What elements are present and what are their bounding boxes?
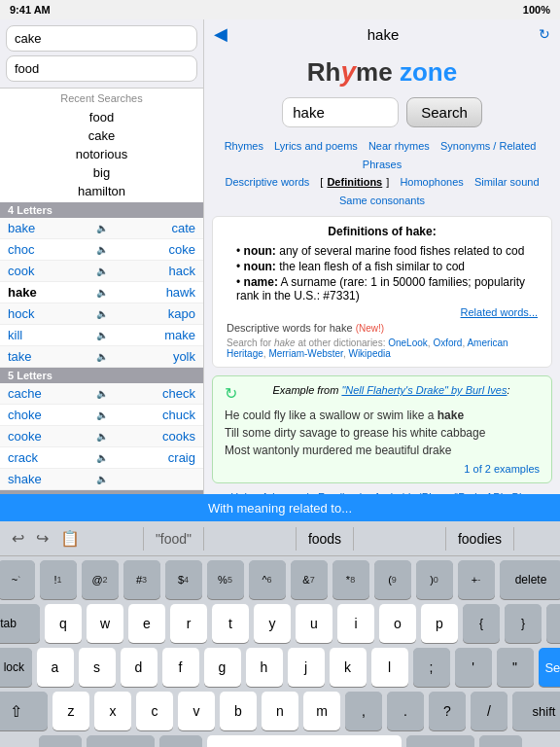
key-rparen[interactable]: )0 [416,560,453,599]
key-w[interactable]: w [87,604,123,643]
key-r[interactable]: r [170,604,207,643]
key-quote[interactable]: ' [455,648,492,687]
key-amp[interactable]: &7 [291,560,328,599]
key-percent[interactable]: %5 [207,560,244,599]
word-row[interactable]: kill 🔈 make [0,325,203,346]
word-right[interactable]: hawk [132,285,195,300]
key-lparen[interactable]: (9 [374,560,411,599]
word-right[interactable]: chuck [132,408,195,422]
key-rbrace[interactable]: } [505,604,542,643]
key-dollar[interactable]: $4 [165,560,202,599]
word-right[interactable]: cooks [132,429,195,444]
key-o[interactable]: o [379,604,416,643]
word-left[interactable]: crack [8,450,71,465]
key-plus[interactable]: +- [458,560,495,599]
footer-api[interactable]: API [486,491,504,494]
key-excl[interactable]: !1 [40,560,77,599]
undo-button[interactable]: ↩ [12,529,24,548]
key-z[interactable]: z [52,692,89,730]
shift-right-key[interactable]: shift [512,692,560,730]
key-semi[interactable]: ; [413,648,450,687]
word-right[interactable]: yolk [132,349,195,364]
num-key-left[interactable]: ?123 [87,735,155,747]
key-lbrace[interactable]: { [463,604,500,643]
word-left[interactable]: take [8,349,71,364]
key-q[interactable]: q [45,604,82,643]
key-g[interactable]: g [204,648,241,687]
key-c[interactable]: c [136,692,173,730]
word-row[interactable]: cooke 🔈 cooks [0,426,203,447]
dict-merriam[interactable]: Merriam-Webster [268,348,343,359]
recent-item[interactable]: notorious [76,145,127,163]
word-right[interactable]: check [132,386,195,401]
key-i[interactable]: i [337,604,374,643]
key-f[interactable]: f [162,648,199,687]
word-right[interactable]: kapo [132,306,195,321]
key-tilde[interactable]: ~` [0,560,35,599]
return-key[interactable]: Search [539,648,561,687]
autocomplete-word-3[interactable]: foodies [445,527,514,551]
related-link[interactable]: Related words... [227,304,538,320]
rz-search-input[interactable] [282,97,399,127]
nav-lyrics[interactable]: Lyrics and poems [274,140,358,152]
key-t[interactable]: t [212,604,249,643]
recent-item[interactable]: food [89,108,114,126]
num-key-right[interactable]: ?123 [406,735,474,747]
word-left[interactable]: cook [8,264,71,278]
word-right[interactable]: hack [132,264,195,278]
key-e[interactable]: e [128,604,165,643]
key-comma[interactable]: , [345,692,382,730]
key-b[interactable]: b [220,692,257,730]
word-left[interactable]: shake [8,472,71,486]
search-input-1[interactable] [6,25,197,52]
recent-item[interactable]: cake [88,126,115,145]
nav-descriptive[interactable]: Descriptive words [225,176,309,188]
key-p[interactable]: p [421,604,458,643]
word-row[interactable]: hake 🔈 hawk [0,282,203,303]
key-pipe[interactable]: | [546,604,560,643]
word-row[interactable]: choc 🔈 coke [0,239,203,261]
word-row[interactable]: choke 🔈 chuck [0,405,203,426]
rz-search-button[interactable]: Search [406,97,482,127]
key-a[interactable]: a [37,648,74,687]
dict-wikipedia[interactable]: Wikipedia [348,348,390,359]
key-hash[interactable]: #3 [123,560,160,599]
key-n[interactable]: n [262,692,298,730]
key-dquote[interactable]: " [497,648,534,687]
recent-item[interactable]: big [93,163,110,182]
key-l[interactable]: l [371,648,408,687]
word-left[interactable]: cooke [8,429,71,444]
word-left-selected[interactable]: hake [8,285,71,300]
nav-consonants[interactable]: Same consonants [339,195,425,206]
key-y[interactable]: y [254,604,291,643]
word-row[interactable]: bake 🔈 cate [0,218,203,239]
space-key[interactable] [207,735,402,747]
key-s[interactable]: s [79,648,116,687]
key-m[interactable]: m [303,692,340,730]
word-row[interactable]: cook 🔈 hack [0,261,203,282]
word-left[interactable]: choc [8,242,71,257]
word-right[interactable]: cate [132,221,195,235]
footer-help[interactable]: Help [230,491,253,494]
word-row[interactable]: cache 🔈 check [0,383,203,405]
key-question[interactable]: ? [429,692,466,730]
footer-android[interactable]: Android [373,491,410,494]
nav-synonyms[interactable]: Synonyms / Related [440,140,536,152]
footer-advanced[interactable]: Advanced [262,491,309,494]
key-slash[interactable]: / [471,692,508,730]
keyboard-hide-key[interactable]: ⌨ [479,735,522,747]
nav-homophones[interactable]: Homophones [400,176,463,188]
shift-left-key[interactable]: ⇧ [0,692,48,730]
word-row[interactable]: hock 🔈 kapo [0,303,203,325]
dict-onelook[interactable]: OneLook [388,338,428,348]
footer-blog[interactable]: Blog [512,491,534,494]
example-source-link[interactable]: "Nell Flaherty's Drake" by Burl Ives [341,384,507,396]
word-left[interactable]: hock [8,306,71,321]
word-row[interactable]: crack 🔈 craig [0,447,203,469]
key-j[interactable]: j [288,648,325,687]
redo-button[interactable]: ↪ [36,529,49,548]
key-at[interactable]: @2 [82,560,119,599]
word-left[interactable]: kill [8,328,71,342]
related-words-link[interactable]: Related words... [461,306,538,318]
microphone-key[interactable]: 🎤 [159,735,202,747]
